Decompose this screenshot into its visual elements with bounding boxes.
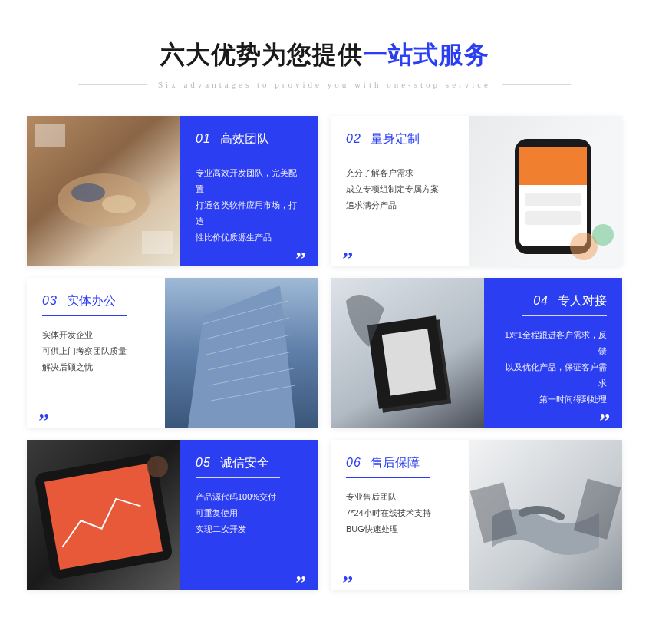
section-header: 六大优势为您提供一站式服务 Six advantages to provide … bbox=[27, 38, 622, 89]
svg-marker-12 bbox=[188, 286, 295, 428]
advantage-card-1: 01 高效团队 专业高效开发团队，完美配置打通各类软件应用市场，打造性比价优质源… bbox=[27, 116, 318, 266]
quote-icon: ,, bbox=[39, 401, 49, 421]
svg-rect-8 bbox=[525, 193, 581, 206]
card-image-business-folder bbox=[331, 278, 484, 428]
quote-icon: ,, bbox=[343, 239, 353, 259]
subtitle: Six advantages to provide you with one-s… bbox=[158, 80, 491, 89]
advantage-card-2: 02 量身定制 充分了解客户需求成立专项组制定专属方案追求满分产品 ,, bbox=[331, 116, 622, 266]
card-content: 05 诚信安全 产品源代码100%交付可重复使用实现二次开发 ,, bbox=[180, 440, 318, 590]
heading-underline bbox=[196, 154, 280, 154]
advantage-card-5: 05 诚信安全 产品源代码100%交付可重复使用实现二次开发 ,, bbox=[27, 440, 318, 590]
svg-rect-7 bbox=[519, 147, 587, 185]
divider-line bbox=[78, 84, 147, 85]
card-description: 充分了解客户需求成立专项组制定专属方案追求满分产品 bbox=[346, 165, 453, 213]
advantage-card-3: 03 实体办公 实体开发企业可供上门考察团队质量解决后顾之忧 ,, bbox=[27, 278, 318, 428]
svg-point-24 bbox=[147, 456, 168, 477]
heading-underline bbox=[42, 315, 127, 316]
card-description: 专业高效开发团队，完美配置打通各类软件应用市场，打造性比价优质源生产品 bbox=[196, 165, 303, 245]
card-description: 实体开发企业可供上门考察团队质量解决后顾之忧 bbox=[42, 327, 150, 375]
svg-rect-23 bbox=[44, 464, 163, 570]
card-heading: 实体办公 bbox=[67, 293, 116, 309]
card-number: 04 bbox=[533, 294, 549, 308]
card-image-office-building bbox=[165, 278, 318, 428]
card-heading: 专人对接 bbox=[558, 293, 607, 309]
svg-rect-21 bbox=[382, 329, 437, 396]
advantage-card-4: 04 专人对接 1对1全程跟进客户需求，反馈以及优化产品，保证客户需求第一时间得… bbox=[331, 278, 622, 428]
svg-point-1 bbox=[71, 183, 105, 202]
title-part-2: 一站式服务 bbox=[363, 41, 489, 68]
card-number: 05 bbox=[196, 456, 211, 470]
heading-underline bbox=[346, 154, 430, 154]
svg-rect-4 bbox=[142, 231, 173, 254]
svg-point-0 bbox=[58, 173, 150, 227]
card-heading: 诚信安全 bbox=[220, 455, 269, 471]
card-heading: 售后保障 bbox=[371, 455, 420, 471]
card-content: 01 高效团队 专业高效开发团队，完美配置打通各类软件应用市场，打造性比价优质源… bbox=[180, 116, 318, 266]
quote-icon: ,, bbox=[343, 563, 353, 583]
main-title: 六大优势为您提供一站式服务 bbox=[27, 38, 622, 72]
title-part-1: 六大优势为您提供 bbox=[160, 41, 363, 68]
advantage-card-6: 06 售后保障 专业售后团队7*24小时在线技术支持BUG快速处理 ,, bbox=[331, 440, 622, 590]
quote-icon: ,, bbox=[600, 401, 610, 421]
svg-point-11 bbox=[592, 224, 614, 246]
card-content: 04 专人对接 1对1全程跟进客户需求，反馈以及优化产品，保证客户需求第一时间得… bbox=[484, 278, 622, 428]
svg-point-2 bbox=[102, 195, 136, 213]
card-image-team-hands bbox=[27, 116, 180, 266]
svg-rect-9 bbox=[525, 211, 581, 225]
card-description: 专业售后团队7*24小时在线技术支持BUG快速处理 bbox=[346, 489, 453, 537]
svg-rect-3 bbox=[35, 124, 65, 147]
card-content: 02 量身定制 充分了解客户需求成立专项组制定专属方案追求满分产品 ,, bbox=[331, 116, 469, 266]
card-description: 产品源代码100%交付可重复使用实现二次开发 bbox=[196, 489, 303, 537]
card-heading: 高效团队 bbox=[220, 131, 269, 147]
card-description: 1对1全程跟进客户需求，反馈以及优化产品，保证客户需求第一时间得到处理 bbox=[499, 327, 607, 407]
card-number: 02 bbox=[346, 132, 361, 146]
heading-underline bbox=[522, 315, 607, 316]
card-content: 06 售后保障 专业售后团队7*24小时在线技术支持BUG快速处理 ,, bbox=[331, 440, 469, 590]
heading-underline bbox=[346, 477, 430, 478]
card-image-smartphone bbox=[469, 116, 622, 266]
card-image-tablet-analytics bbox=[27, 440, 180, 590]
card-number: 03 bbox=[42, 294, 58, 308]
card-number: 01 bbox=[196, 132, 211, 146]
card-image-handshake bbox=[469, 440, 622, 590]
svg-rect-26 bbox=[574, 478, 621, 539]
card-heading: 量身定制 bbox=[371, 131, 420, 147]
svg-rect-25 bbox=[470, 482, 518, 543]
quote-icon: ,, bbox=[296, 563, 306, 583]
divider-line bbox=[502, 84, 571, 85]
quote-icon: ,, bbox=[296, 239, 306, 259]
advantages-grid: 01 高效团队 专业高效开发团队，完美配置打通各类软件应用市场，打造性比价优质源… bbox=[27, 116, 622, 590]
card-content: 03 实体办公 实体开发企业可供上门考察团队质量解决后顾之忧 ,, bbox=[27, 278, 165, 428]
card-number: 06 bbox=[346, 456, 361, 470]
heading-underline bbox=[196, 477, 280, 478]
subtitle-row: Six advantages to provide you with one-s… bbox=[27, 80, 622, 89]
